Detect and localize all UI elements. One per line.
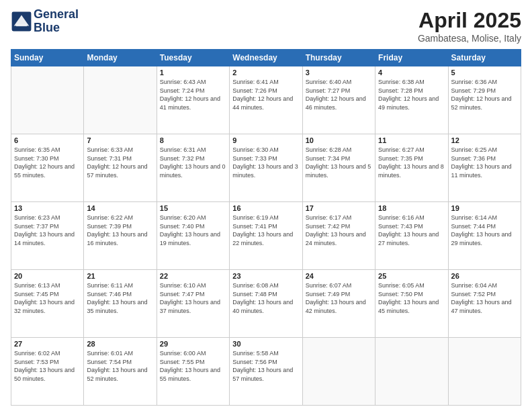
logo: General Blue <box>11 8 79 35</box>
calendar-cell: 17Sunrise: 6:17 AM Sunset: 7:42 PM Dayli… <box>302 202 375 270</box>
day-number: 2 <box>232 68 299 77</box>
col-thursday: Thursday <box>302 50 375 66</box>
calendar-cell: 30Sunrise: 5:58 AM Sunset: 7:56 PM Dayli… <box>230 338 302 406</box>
calendar-week-4: 20Sunrise: 6:13 AM Sunset: 7:45 PM Dayli… <box>11 270 521 338</box>
day-number: 6 <box>14 136 81 144</box>
calendar-cell: 13Sunrise: 6:23 AM Sunset: 7:37 PM Dayli… <box>11 202 84 270</box>
calendar-cell: 25Sunrise: 6:05 AM Sunset: 7:50 PM Dayli… <box>375 270 448 338</box>
day-info: Sunrise: 6:22 AM Sunset: 7:39 PM Dayligh… <box>87 214 153 247</box>
calendar-body: 1Sunrise: 6:43 AM Sunset: 7:24 PM Daylig… <box>11 66 521 406</box>
day-info: Sunrise: 6:36 AM Sunset: 7:29 PM Dayligh… <box>451 78 518 111</box>
calendar-cell: 2Sunrise: 6:41 AM Sunset: 7:26 PM Daylig… <box>230 66 302 134</box>
day-number: 18 <box>378 204 445 212</box>
col-saturday: Saturday <box>448 50 521 66</box>
calendar-cell <box>375 338 448 406</box>
day-info: Sunrise: 6:33 AM Sunset: 7:31 PM Dayligh… <box>87 146 153 179</box>
calendar-cell: 14Sunrise: 6:22 AM Sunset: 7:39 PM Dayli… <box>84 202 157 270</box>
day-info: Sunrise: 6:08 AM Sunset: 7:48 PM Dayligh… <box>232 281 299 315</box>
day-number: 25 <box>378 272 445 280</box>
day-number: 8 <box>160 136 226 144</box>
day-info: Sunrise: 6:40 AM Sunset: 7:27 PM Dayligh… <box>306 78 372 111</box>
day-info: Sunrise: 6:14 AM Sunset: 7:44 PM Dayligh… <box>451 214 518 247</box>
calendar-cell: 9Sunrise: 6:30 AM Sunset: 7:33 PM Daylig… <box>230 134 302 202</box>
day-number: 12 <box>451 136 518 144</box>
calendar-cell <box>84 66 157 134</box>
calendar-cell: 20Sunrise: 6:13 AM Sunset: 7:45 PM Dayli… <box>11 270 84 338</box>
logo-text: General Blue <box>34 8 79 35</box>
day-number: 30 <box>232 340 299 348</box>
day-number: 13 <box>14 204 81 212</box>
day-number: 22 <box>160 272 226 280</box>
title-block: April 2025 Gambatesa, Molise, Italy <box>418 8 521 44</box>
svg-rect-2 <box>16 25 27 26</box>
header: General Blue April 2025 Gambatesa, Molis… <box>11 8 521 44</box>
calendar-cell: 5Sunrise: 6:36 AM Sunset: 7:29 PM Daylig… <box>448 66 521 134</box>
calendar-cell: 23Sunrise: 6:08 AM Sunset: 7:48 PM Dayli… <box>230 270 302 338</box>
day-number: 24 <box>306 272 372 280</box>
calendar-cell: 28Sunrise: 6:01 AM Sunset: 7:54 PM Dayli… <box>84 338 157 406</box>
calendar-cell: 29Sunrise: 6:00 AM Sunset: 7:55 PM Dayli… <box>157 338 229 406</box>
day-info: Sunrise: 6:35 AM Sunset: 7:30 PM Dayligh… <box>14 146 81 179</box>
calendar-cell: 1Sunrise: 6:43 AM Sunset: 7:24 PM Daylig… <box>157 66 229 134</box>
calendar-cell: 22Sunrise: 6:10 AM Sunset: 7:47 PM Dayli… <box>157 270 229 338</box>
day-number: 21 <box>87 272 153 280</box>
day-number: 26 <box>451 272 518 280</box>
day-info: Sunrise: 6:25 AM Sunset: 7:36 PM Dayligh… <box>451 146 518 179</box>
calendar-cell: 24Sunrise: 6:07 AM Sunset: 7:49 PM Dayli… <box>302 270 375 338</box>
day-number: 14 <box>87 204 153 212</box>
calendar-cell: 26Sunrise: 6:04 AM Sunset: 7:52 PM Dayli… <box>448 270 521 338</box>
day-number: 9 <box>232 136 299 144</box>
calendar-cell: 7Sunrise: 6:33 AM Sunset: 7:31 PM Daylig… <box>84 134 157 202</box>
calendar-cell: 12Sunrise: 6:25 AM Sunset: 7:36 PM Dayli… <box>448 134 521 202</box>
calendar-cell: 3Sunrise: 6:40 AM Sunset: 7:27 PM Daylig… <box>302 66 375 134</box>
calendar-cell: 19Sunrise: 6:14 AM Sunset: 7:44 PM Dayli… <box>448 202 521 270</box>
logo-icon <box>11 11 32 32</box>
calendar-cell: 11Sunrise: 6:27 AM Sunset: 7:35 PM Dayli… <box>375 134 448 202</box>
day-number: 20 <box>14 272 81 280</box>
day-info: Sunrise: 6:10 AM Sunset: 7:47 PM Dayligh… <box>160 281 226 315</box>
day-info: Sunrise: 6:13 AM Sunset: 7:45 PM Dayligh… <box>14 281 81 315</box>
day-number: 15 <box>160 204 226 212</box>
day-number: 7 <box>87 136 153 144</box>
day-info: Sunrise: 6:20 AM Sunset: 7:40 PM Dayligh… <box>160 214 226 247</box>
day-info: Sunrise: 6:43 AM Sunset: 7:24 PM Dayligh… <box>160 78 226 111</box>
day-info: Sunrise: 6:16 AM Sunset: 7:43 PM Dayligh… <box>378 214 445 247</box>
day-info: Sunrise: 6:30 AM Sunset: 7:33 PM Dayligh… <box>232 146 299 179</box>
day-number: 27 <box>14 340 81 348</box>
day-info: Sunrise: 6:38 AM Sunset: 7:28 PM Dayligh… <box>378 78 445 111</box>
day-number: 11 <box>378 136 445 144</box>
col-wednesday: Wednesday <box>230 50 302 66</box>
month-title: April 2025 <box>418 8 521 33</box>
day-info: Sunrise: 6:19 AM Sunset: 7:41 PM Dayligh… <box>232 214 299 247</box>
calendar-cell: 6Sunrise: 6:35 AM Sunset: 7:30 PM Daylig… <box>11 134 84 202</box>
calendar-week-3: 13Sunrise: 6:23 AM Sunset: 7:37 PM Dayli… <box>11 202 521 270</box>
day-info: Sunrise: 5:58 AM Sunset: 7:56 PM Dayligh… <box>232 349 299 383</box>
calendar-week-1: 1Sunrise: 6:43 AM Sunset: 7:24 PM Daylig… <box>11 66 521 134</box>
day-info: Sunrise: 6:31 AM Sunset: 7:32 PM Dayligh… <box>160 146 226 179</box>
calendar-cell <box>11 66 84 134</box>
calendar-cell <box>448 338 521 406</box>
col-sunday: Sunday <box>11 50 84 66</box>
col-monday: Monday <box>84 50 157 66</box>
calendar-cell <box>302 338 375 406</box>
page: General Blue April 2025 Gambatesa, Molis… <box>0 0 532 411</box>
calendar-cell: 16Sunrise: 6:19 AM Sunset: 7:41 PM Dayli… <box>230 202 302 270</box>
day-number: 3 <box>306 68 372 77</box>
calendar-cell: 10Sunrise: 6:28 AM Sunset: 7:34 PM Dayli… <box>302 134 375 202</box>
col-tuesday: Tuesday <box>157 50 229 66</box>
calendar-cell: 27Sunrise: 6:02 AM Sunset: 7:53 PM Dayli… <box>11 338 84 406</box>
day-info: Sunrise: 6:02 AM Sunset: 7:53 PM Dayligh… <box>14 349 81 383</box>
day-number: 16 <box>232 204 299 212</box>
day-number: 10 <box>306 136 372 144</box>
calendar-cell: 8Sunrise: 6:31 AM Sunset: 7:32 PM Daylig… <box>157 134 229 202</box>
day-number: 5 <box>451 68 518 77</box>
calendar-cell: 4Sunrise: 6:38 AM Sunset: 7:28 PM Daylig… <box>375 66 448 134</box>
day-info: Sunrise: 6:00 AM Sunset: 7:55 PM Dayligh… <box>160 349 226 383</box>
location: Gambatesa, Molise, Italy <box>418 33 521 44</box>
day-number: 23 <box>232 272 299 280</box>
calendar-week-2: 6Sunrise: 6:35 AM Sunset: 7:30 PM Daylig… <box>11 134 521 202</box>
day-number: 17 <box>306 204 372 212</box>
day-info: Sunrise: 6:05 AM Sunset: 7:50 PM Dayligh… <box>378 281 445 315</box>
day-number: 28 <box>87 340 153 348</box>
day-number: 1 <box>160 68 226 77</box>
